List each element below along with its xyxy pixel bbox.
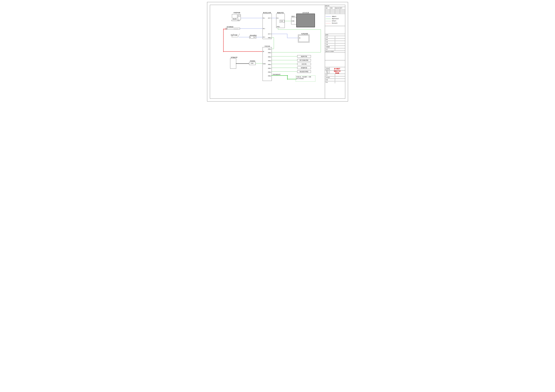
legend-net: 网络/中控信号	[332, 18, 339, 20]
wire-mx-vproc	[271, 18, 276, 18]
port-cc-c4: 控制口	[268, 60, 271, 62]
port-mx-in2: IN 2	[263, 28, 265, 29]
rxcard-device: RJ45	[291, 18, 297, 24]
port-vp-in1: IN 1	[277, 18, 279, 19]
legend-video: 视频信号	[332, 16, 336, 17]
wire-vp-ctrl-1	[278, 28, 278, 29]
tb-rev-cols: 版次日期修改内容签字	[325, 7, 345, 9]
wire-cc-dec	[271, 68, 297, 68]
infobox-device: IN OUT	[249, 36, 256, 38]
port-cc-c1: 控制口	[268, 48, 271, 50]
tb-drawing-name: 图 名 DWG TITLE 视频及中控 系统图	[325, 71, 345, 74]
port-cc-c8: 控制口	[268, 75, 271, 77]
wire-vp-ctrl-4	[271, 52, 321, 52]
label-monitor: 机房监视器	[301, 33, 308, 35]
label-control-pc: 控制室电脑	[234, 12, 240, 14]
svg-line-2	[238, 34, 240, 37]
port-cc-rj45: RJ45	[263, 63, 266, 64]
port-cc-ir: IR	[263, 51, 264, 52]
legend-wifi: WiFi信号	[332, 20, 336, 22]
port-rx-rj45: RJ45	[292, 21, 294, 22]
led-screen	[296, 14, 315, 27]
legend: 视频信号 网络/中控信号 WiFi信号 IR红外信号	[325, 14, 345, 26]
wire-ir-end	[223, 29, 226, 29]
label-vproc: 视频处理器	[277, 12, 284, 14]
wire-wifi	[236, 63, 250, 64]
wire-ext-1	[271, 75, 288, 76]
diagram-canvas: 控制室电脑 蓝光播放器 笔记本电脑 综合信息盒 高清混合矩阵 中控主机 WiFi…	[210, 5, 325, 99]
label-matrix: 高清混合矩阵	[263, 12, 271, 14]
label-central: 中控主机	[265, 45, 270, 47]
label-bluray: 蓝光播放器	[227, 26, 233, 28]
dev-power-seq: 电源时序器	[297, 55, 311, 58]
wire-mx-ctrl-3	[271, 49, 274, 49]
port-cc-c6: 控制口	[268, 68, 271, 69]
port-cc-c7: 控制口	[268, 71, 271, 73]
legend-ir: IR红外信号	[332, 22, 337, 24]
ctrl-ext-label: 控制功能延展至	[273, 74, 280, 75]
port-mx-in3: IN 3	[263, 36, 265, 38]
port-mx-ctrl: 控制口	[268, 37, 271, 39]
port-mon-in: IN	[299, 37, 300, 39]
port-cc-c3: 控制口	[268, 56, 271, 58]
router-device: RJ45	[249, 62, 256, 65]
matrix-device: IN 1 IN 2 IN 3 OUT 1 OUT 2 控制口	[263, 14, 272, 39]
central-device: IR RJ45 控制口 控制口 控制口 控制口 控制口 控制口 控制口 控制口	[263, 47, 272, 81]
wire-cc-pwr	[271, 56, 297, 57]
title-block: 修改记录 版次日期修改内容签字 视频信号 网络/中控信号 WiFi信号 IR红外…	[325, 5, 345, 99]
port-cc-c5: 控制口	[268, 64, 271, 65]
wifi-panel-device	[230, 58, 236, 69]
port-cc-c2: 控制口	[268, 52, 271, 54]
port-mx-out2: OUT 2	[268, 33, 271, 35]
port-router-rj45: RJ45	[251, 63, 253, 64]
drawing-sheet: 控制室电脑 蓝光播放器 笔记本电脑 综合信息盒 高清混合矩阵 中控主机 WiFi…	[207, 2, 348, 101]
wire-vp-ctrl-2	[278, 29, 321, 30]
drawing-frame: 控制室电脑 蓝光播放器 笔记本电脑 综合信息盒 高清混合矩阵 中控主机 WiFi…	[210, 5, 345, 99]
wire-mx-mon-1	[271, 34, 287, 34]
tb-meeting-header: 会签栏	[325, 34, 345, 36]
vproc-device: IN 1 控制口 RJ45	[276, 14, 285, 28]
label-rxcard: 接收卡	[292, 15, 295, 17]
dev-cinema-dec: 影院解码器	[297, 67, 311, 69]
wire-ext-3	[287, 79, 296, 79]
dev-dsp: 数字音频处理器	[297, 59, 311, 61]
bluray-device: ▭▭▭▭▭▭	[226, 28, 240, 29]
dev-proj-lift: 电动投影升降器	[297, 70, 311, 73]
wire-ir-h	[223, 51, 263, 52]
tb-rev-header: 修改记录	[325, 5, 345, 7]
svg-line-1	[232, 34, 234, 37]
env-note-box: 环境灯光、电动窗帘、空调 其它可控设备	[296, 76, 315, 82]
monitor-device: IN	[298, 35, 309, 43]
label-led: LED全彩屏	[302, 12, 309, 14]
vproc-rj45: RJ45	[280, 20, 284, 22]
label-router: 无线路由	[250, 60, 255, 62]
tb-note: 本图纸仅作为示意图参考	[325, 51, 345, 52]
wire-pc-matrix	[241, 18, 263, 18]
port-info-in: IN	[250, 37, 251, 38]
wire-ir-v	[223, 29, 224, 52]
port-info-out: OUT	[253, 37, 256, 38]
label-wifi-panel: WiFi触控屏	[231, 57, 238, 58]
port-vp-ctrl: 控制口	[277, 26, 280, 28]
port-mx-out1: OUT 1	[268, 18, 271, 19]
wire-router-cc	[256, 63, 263, 64]
tb-project: 工程名称 PROJECT 多功能厅	[325, 67, 345, 71]
port-mx-in1: IN 1	[263, 18, 265, 19]
dev-conf-host: 会议主机	[297, 63, 311, 65]
